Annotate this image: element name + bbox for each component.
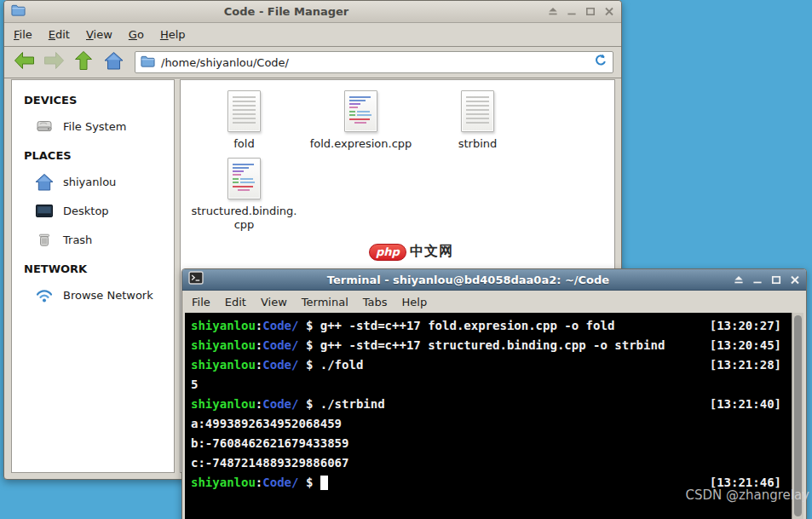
prompt-user: shiyanlou [191,395,256,414]
prompt-user: shiyanlou [191,473,256,493]
sidebar-item-file-system[interactable]: File System [12,112,174,141]
path-bar[interactable]: /home/shiyanlou/Code/ [135,51,613,73]
output-text: a:4993892634952068459 [191,414,342,434]
prompt-dir: Code/ [262,355,298,375]
trash-icon [35,230,54,249]
terminal-title: Terminal - shiyanlou@bd4058daa0a2: ~/Cod… [209,274,728,286]
prompt-symbol: $ [298,316,320,336]
sidebar-item-label: shiyanlou [63,176,116,188]
file-manager-menubar: FileEditViewGoHelp [4,23,621,47]
minimize-button[interactable] [566,7,577,17]
back-arrow-icon [14,51,35,73]
file-structured-binding-cpp[interactable]: structured.binding.cpp [186,158,302,232]
sidebar-header-network: NETWORK [12,254,174,280]
prompt-separator: : [256,473,262,493]
up-button[interactable] [72,51,95,73]
file-label: structured.binding.cpp [191,205,298,232]
prompt-separator: : [256,355,262,375]
fm-menu-go[interactable]: Go [129,28,144,41]
shade-button[interactable] [733,274,744,285]
output-text: c:-7487214889329886067 [191,453,348,473]
output-text: b:-7608462621679433859 [191,434,348,453]
home-button[interactable] [101,51,125,73]
php-cn-watermark: php 中文网 [369,243,453,261]
fm-menu-view[interactable]: View [86,28,112,41]
prompt-separator: : [256,395,262,414]
terminal-line: b:-7608462621679433859 [191,434,792,453]
minimize-button[interactable] [752,274,763,285]
fm-menu-edit[interactable]: Edit [49,28,70,41]
terminal-menubar: FileEditViewTerminalTabsHelp [182,291,806,313]
close-button[interactable] [603,7,614,17]
terminal-scrollbar-thumb[interactable] [794,315,802,516]
prompt-separator: : [256,316,262,336]
sidebar-header-places: PLACES [12,141,174,167]
home-icon [35,172,54,191]
file-fold-expresion-cpp[interactable]: fold.expresion.cpp [302,90,419,151]
php-cn-text: 中文网 [410,243,453,261]
maximize-button[interactable] [585,7,596,17]
folder-icon [141,55,155,71]
terminal-line: shiyanlou:Code/ $ ./fold[13:21:28] [191,355,792,375]
file-label: fold.expresion.cpp [310,137,412,151]
file-strbind[interactable]: strbind [419,90,536,151]
up-arrow-icon [74,50,93,74]
file-manager-titlebar[interactable]: Code - File Manager [4,1,621,23]
timestamp: [13:21:40] [710,395,792,414]
terminal-menu-view[interactable]: View [261,296,287,309]
terminal-line: c:-7487214889329886067 [191,453,792,473]
sidebar-item-trash[interactable]: Trash [12,225,174,254]
sidebar-item-desktop[interactable]: Desktop [12,196,174,225]
fm-menu-help[interactable]: Help [160,28,186,41]
prompt-symbol: $ [298,395,320,414]
maximize-button[interactable] [770,274,781,285]
prompt-user: shiyanlou [191,336,256,355]
sidebar-item-label: Desktop [63,205,109,217]
command-text: ./strbind [320,395,385,414]
path-text[interactable]: /home/shiyanlou/Code/ [161,56,588,69]
terminal-line: shiyanlou:Code/ $ ./strbind[13:21:40] [191,395,792,414]
php-logo-badge: php [369,244,406,261]
text-file-icon [227,90,261,132]
close-button[interactable] [789,274,800,285]
file-manager-toolbar: /home/shiyanlou/Code/ [4,47,621,78]
prompt-symbol: $ [298,336,320,355]
forward-arrow-icon [43,51,65,73]
sidebar-item-browse-network[interactable]: Browse Network [12,280,174,309]
prompt-dir: Code/ [262,473,298,493]
fm-menu-file[interactable]: File [14,28,32,41]
forward-button[interactable] [42,51,66,73]
terminal-titlebar[interactable]: Terminal - shiyanlou@bd4058daa0a2: ~/Cod… [182,269,806,291]
file-label: strbind [458,137,498,151]
csdn-watermark: CSDN @zhangrelay [686,487,809,503]
file-fold[interactable]: fold [186,90,302,151]
sidebar-item-shiyanlou[interactable]: shiyanlou [12,167,174,196]
text-file-icon [461,90,494,132]
source-file-icon [227,158,261,199]
terminal-menu-terminal[interactable]: Terminal [302,296,348,309]
terminal-line: shiyanlou:Code/ $ g++ -std=c++17 fold.ex… [191,316,792,336]
refresh-icon[interactable] [594,54,608,71]
back-button[interactable] [12,51,36,73]
terminal-window: Terminal - shiyanlou@bd4058daa0a2: ~/Cod… [181,268,807,519]
file-label: fold [233,137,254,151]
network-icon [35,285,54,304]
prompt-user: shiyanlou [191,316,256,336]
shade-button[interactable] [547,7,558,17]
file-manager-title: Code - File Manager [31,5,542,18]
source-file-icon [344,90,377,132]
command-text: g++ -std=c++17 fold.expresion.cpp -o fol… [320,316,615,336]
terminal-menu-edit[interactable]: Edit [225,296,246,309]
terminal-menu-help[interactable]: Help [402,296,428,309]
file-manager-sidebar: DEVICESFile SystemPLACESshiyanlouDesktop… [11,79,175,473]
command-text: g++ -std=c++17 structured.binding.cpp -o… [320,336,665,355]
sidebar-item-label: Browse Network [63,289,153,302]
folder-icon [11,3,26,20]
home-icon [104,51,124,73]
terminal-line: shiyanlou:Code/ $ g++ -std=c++17 structu… [191,336,792,355]
command-text: ./fold [320,355,364,375]
desktop: Code - File Manager FileEditViewGoHelp [0,0,812,519]
terminal-menu-file[interactable]: File [192,296,210,309]
timestamp: [13:20:27] [710,316,792,336]
terminal-menu-tabs[interactable]: Tabs [363,296,388,309]
